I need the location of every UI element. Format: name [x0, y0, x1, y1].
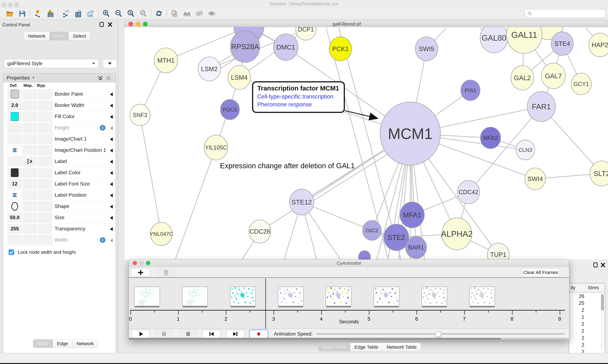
- network-node-GIC2[interactable]: GIC2: [363, 221, 381, 240]
- network-node-DCP1[interactable]: DCP1: [296, 27, 316, 40]
- frame-thumbnail-4[interactable]: [326, 287, 351, 306]
- network-node-STE4[interactable]: STE4: [551, 32, 573, 55]
- animation-speed-slider[interactable]: [316, 333, 565, 334]
- network-node-CDC42[interactable]: CDC42: [457, 181, 480, 204]
- zoom-in-button[interactable]: [102, 9, 110, 18]
- property-row-transparency[interactable]: 255Transparency: [3, 223, 116, 234]
- network-node-SLT2[interactable]: SLT2: [590, 161, 608, 186]
- network-node-LSM4[interactable]: LSM4: [228, 65, 250, 90]
- table-row[interactable]: 2: [569, 307, 584, 314]
- expand-row-icon[interactable]: [110, 205, 113, 208]
- close-traffic-light[interactable]: [1, 2, 6, 7]
- table-row[interactable]: 1: [569, 314, 584, 321]
- network-node-FAR1[interactable]: FAR1: [527, 91, 555, 122]
- table-row[interactable]: 25: [569, 300, 584, 307]
- tab-edge-table[interactable]: Edge Table: [350, 343, 383, 351]
- property-row-border-paint[interactable]: Border Paint: [3, 88, 116, 100]
- tab-edge[interactable]: Edge: [53, 339, 72, 348]
- expand-row-icon[interactable]: [110, 194, 113, 197]
- bypass-cell[interactable]: [38, 123, 52, 132]
- network-node-PIS1[interactable]: PIS1: [461, 80, 480, 101]
- close-panel-icon[interactable]: [108, 22, 112, 28]
- expand-row-icon[interactable]: [110, 238, 113, 242]
- property-row-label-position[interactable]: Label Position: [3, 189, 116, 201]
- network-node-GAL80[interactable]: GAL80: [480, 27, 508, 53]
- mapping-cell[interactable]: [23, 168, 37, 177]
- default-value-cell[interactable]: [8, 134, 22, 144]
- mapping-cell[interactable]: [23, 89, 37, 99]
- property-row-image-chart-1[interactable]: Image/Chart 1: [3, 133, 116, 145]
- network-node-PCK1[interactable]: PCK1: [329, 37, 352, 61]
- import-network-button[interactable]: [34, 9, 42, 18]
- network-node-SNF3[interactable]: SNF3: [130, 104, 150, 126]
- zoom-selected-button[interactable]: [139, 9, 147, 18]
- default-value-cell[interactable]: [8, 168, 22, 177]
- network-node-DMC1[interactable]: DMC1: [274, 34, 298, 60]
- bypass-cell[interactable]: [38, 168, 52, 177]
- stop-button[interactable]: [179, 330, 197, 338]
- network-node-GAL2[interactable]: GAL2: [511, 66, 534, 90]
- annotation-link-1[interactable]: Cell-type-specific transcription: [257, 93, 344, 100]
- network-node-CLN3[interactable]: CLN3: [516, 140, 535, 160]
- network-node-MTH1[interactable]: MTH1: [154, 48, 178, 73]
- network-node-PDC5[interactable]: PDC5: [221, 99, 239, 120]
- tab-style[interactable]: Style: [50, 32, 69, 40]
- style-selector-dropdown[interactable]: galFiltered Style: [4, 59, 99, 68]
- expand-row-icon[interactable]: [110, 137, 113, 141]
- table-row[interactable]: 2: [569, 328, 584, 335]
- network-node-GAL11[interactable]: GAL11: [507, 27, 542, 53]
- default-value-cell[interactable]: 2.0: [8, 101, 22, 110]
- mapping-cell[interactable]: [23, 235, 37, 245]
- expand-row-icon[interactable]: [110, 227, 113, 231]
- open-session-button[interactable]: [6, 9, 14, 18]
- mapping-cell[interactable]: [23, 213, 37, 222]
- tab-node[interactable]: Node: [33, 339, 53, 348]
- expand-row-icon[interactable]: [110, 160, 113, 164]
- bypass-cell[interactable]: [38, 134, 52, 144]
- table-column-centrality[interactable]: ity: [571, 285, 575, 290]
- frame-thumbnail-1[interactable]: [182, 287, 208, 306]
- style-options-button[interactable]: [103, 59, 117, 68]
- refresh-button[interactable]: [155, 9, 163, 18]
- mapping-cell[interactable]: [23, 145, 37, 155]
- hide-selected-button[interactable]: [195, 9, 204, 18]
- search-input[interactable]: [525, 9, 606, 18]
- network-node-STE2[interactable]: STE2: [384, 224, 409, 251]
- info-icon[interactable]: i: [100, 237, 105, 243]
- bypass-cell[interactable]: [38, 202, 52, 211]
- bypass-cell[interactable]: [38, 112, 52, 121]
- frame-thumbnail-2[interactable]: [230, 287, 256, 306]
- tab-network[interactable]: Network: [24, 32, 50, 40]
- expand-row-icon[interactable]: [110, 126, 113, 130]
- bypass-cell[interactable]: [38, 179, 52, 189]
- frame-thumbnail-5[interactable]: [374, 287, 399, 306]
- record-button[interactable]: [249, 330, 268, 338]
- network-node-YNL047C[interactable]: YNL047C: [150, 222, 173, 246]
- import-table-button[interactable]: [46, 9, 54, 18]
- delete-frame-button[interactable]: [156, 268, 176, 277]
- bypass-cell[interactable]: [38, 213, 52, 222]
- close-panel-icon[interactable]: [600, 262, 606, 268]
- export-network-button[interactable]: [62, 9, 70, 18]
- property-row-fill-color[interactable]: Fill Color: [3, 111, 116, 122]
- node-table[interactable]: ity Stres 26252122222: [569, 283, 605, 353]
- property-row-shape[interactable]: Shape: [3, 201, 116, 212]
- property-row-image-chart-position-1[interactable]: Image/Chart Position 1: [3, 144, 116, 156]
- expand-row-icon[interactable]: [110, 149, 113, 152]
- expand-row-icon[interactable]: [110, 115, 113, 119]
- property-row-label-color[interactable]: Label Color: [3, 167, 116, 178]
- frame-thumbnail-3[interactable]: [278, 287, 304, 306]
- bypass-cell[interactable]: [38, 157, 52, 166]
- table-row[interactable]: 26: [569, 293, 584, 300]
- property-row-border-width[interactable]: 2.0Border Width: [3, 100, 116, 111]
- network-node-GAL7[interactable]: GAL7: [541, 63, 566, 89]
- add-frame-button[interactable]: [131, 268, 151, 277]
- expand-row-icon[interactable]: [110, 92, 113, 96]
- properties-header[interactable]: Properties: [7, 75, 30, 81]
- network-node-BAR1[interactable]: BAR1: [406, 236, 427, 259]
- expand-row-icon[interactable]: [110, 182, 113, 186]
- default-value-cell[interactable]: [8, 202, 22, 211]
- default-value-cell[interactable]: 50.0: [8, 213, 22, 222]
- table-row[interactable]: 2: [569, 321, 584, 328]
- mapping-cell[interactable]: [23, 101, 37, 110]
